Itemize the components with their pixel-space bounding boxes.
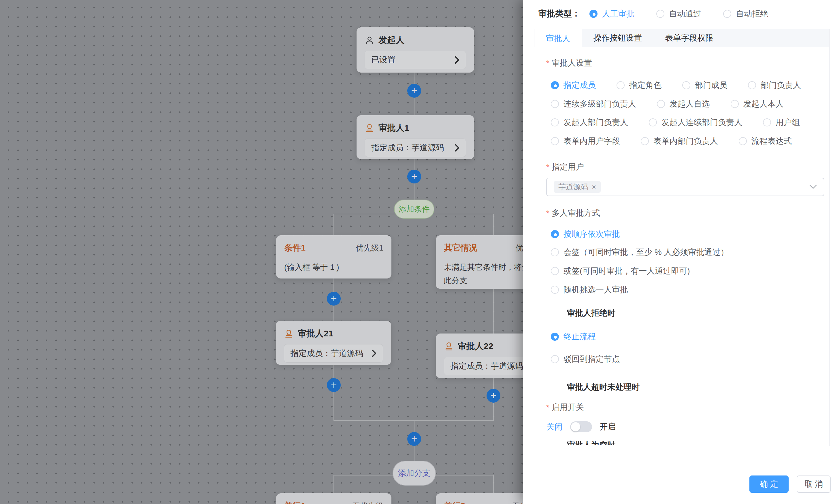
- radio-icon: [617, 81, 625, 89]
- radio-initiator-select[interactable]: 发起人自选: [657, 99, 710, 109]
- radio-random-one[interactable]: 随机挑选一人审批: [551, 284, 824, 295]
- add-node-button[interactable]: +: [407, 432, 421, 446]
- add-node-button[interactable]: +: [407, 170, 421, 183]
- tab-approver[interactable]: 审批人: [534, 29, 582, 48]
- required-mark: *: [546, 208, 549, 218]
- user-tag: 芋道源码 ×: [554, 181, 601, 193]
- reject-section-divider: 审批人拒绝时: [546, 308, 824, 319]
- workflow-designer-screen: 发起人 已设置 审批人1: [0, 0, 833, 504]
- connector-line: [333, 420, 494, 421]
- switch-on-label: 开启: [599, 421, 616, 432]
- radio-initiator-self[interactable]: 发起人本人: [731, 99, 784, 109]
- radio-initiator-dept-leader[interactable]: 发起人部门负责人: [551, 117, 628, 128]
- radio-icon: [551, 230, 559, 238]
- radio-designated-role[interactable]: 指定角色: [617, 80, 662, 91]
- condition-expression: (输入框 等于 1 ): [284, 261, 384, 274]
- node-approver21[interactable]: 审批人21 指定成员：芋道源码: [276, 321, 391, 365]
- radio-icon: [748, 81, 756, 89]
- condition-priority: 优先级1: [356, 243, 383, 253]
- radio-form-user-field[interactable]: 表单内用户字段: [551, 136, 620, 147]
- node-initiator[interactable]: 发起人 已设置: [357, 27, 474, 73]
- confirm-button[interactable]: 确 定: [749, 476, 789, 493]
- connector-line: [493, 214, 494, 236]
- add-node-button[interactable]: +: [407, 84, 421, 98]
- node-title-text: 审批人22: [458, 341, 493, 352]
- radio-icon: [739, 137, 747, 145]
- radio-return-to-node[interactable]: 驳回到指定节点: [551, 354, 824, 364]
- approver-settings-drawer: 审批类型： 人工审批 自动通过 自动拒绝 审批人 操作按钮设置: [523, 0, 833, 504]
- node-summary[interactable]: 指定成员：芋道源码: [365, 138, 466, 157]
- tab-button-settings[interactable]: 操作按钮设置: [582, 29, 653, 47]
- approval-type-row: 审批类型： 人工审批 自动通过 自动拒绝: [539, 0, 827, 27]
- add-node-button[interactable]: +: [327, 292, 341, 306]
- node-condition1[interactable]: 条件1 优先级1 (输入框 等于 1 ): [276, 235, 391, 278]
- radio-icon: [551, 81, 559, 89]
- multi-approve-label: * 多人审批方式: [546, 208, 823, 219]
- chevron-down-icon: [809, 184, 817, 189]
- divider-line: [546, 313, 560, 313]
- connector-line: [333, 214, 334, 236]
- radio-dept-leader[interactable]: 部门负责人: [748, 80, 801, 91]
- radio-icon: [682, 81, 690, 89]
- drawer-footer: 确 定 取 消: [523, 464, 833, 504]
- enable-switch-label: * 启用开关: [546, 402, 823, 413]
- node-title-text: 审批人21: [298, 328, 333, 339]
- assign-user-select[interactable]: 芋道源码 ×: [546, 178, 824, 196]
- node-title-text: 审批人1: [378, 122, 409, 134]
- radio-user-group[interactable]: 用户组: [763, 117, 800, 128]
- chevron-right-icon: [454, 144, 459, 152]
- assign-user-label: * 指定用户: [546, 161, 823, 173]
- divider-line: [546, 445, 560, 445]
- radio-multi-level-dept-leader[interactable]: 连续多级部门负责人: [551, 99, 636, 109]
- condition-title: 其它情况: [444, 242, 477, 254]
- radio-icon: [723, 10, 731, 18]
- approver-setting-row2: 连续多级部门负责人 发起人自选 发起人本人: [551, 99, 824, 109]
- radio-icon: [551, 137, 559, 145]
- cancel-button[interactable]: 取 消: [797, 476, 831, 493]
- add-branch-button[interactable]: 添加分支: [392, 461, 436, 485]
- condition-priority: 无优先级: [352, 501, 383, 504]
- node-summary[interactable]: 已设置: [365, 51, 466, 69]
- user-icon: [365, 35, 375, 45]
- radio-process-expression[interactable]: 流程表达式: [739, 136, 792, 147]
- settings-tabs: 审批人 操作按钮设置 表单字段权限: [534, 29, 830, 47]
- tab-form-field-permission[interactable]: 表单字段权限: [653, 29, 725, 47]
- radio-icon: [551, 267, 559, 275]
- radio-icon: [657, 100, 665, 108]
- radio-icon: [551, 248, 559, 256]
- condition-title: 条件1: [284, 242, 306, 254]
- add-node-button[interactable]: +: [486, 389, 500, 403]
- node-approver1[interactable]: 审批人1 指定成员：芋道源码: [357, 115, 474, 159]
- connector-line: [333, 475, 334, 494]
- radio-icon: [641, 137, 649, 145]
- divider-line: [546, 387, 560, 387]
- radio-orsign[interactable]: 或签(可同时审批，有一人通过即可): [551, 266, 824, 276]
- node-title-text: 发起人: [378, 34, 404, 46]
- radio-auto-pass[interactable]: 自动通过: [656, 8, 701, 19]
- tag-close-icon[interactable]: ×: [592, 183, 596, 191]
- radio-designated-member[interactable]: 指定成员: [551, 80, 596, 91]
- radio-icon: [551, 100, 559, 108]
- add-condition-button[interactable]: 添加条件: [394, 200, 434, 219]
- radio-initiator-multi-dept-leader[interactable]: 发起人连续部门负责人: [649, 117, 742, 128]
- node-parallel1[interactable]: 并行1 无优先级: [276, 493, 391, 504]
- radio-manual-approve[interactable]: 人工审批: [590, 8, 635, 19]
- connector-line: [493, 289, 494, 334]
- chevron-right-icon: [371, 349, 376, 358]
- radio-terminate-process[interactable]: 终止流程: [551, 331, 824, 342]
- empty-section-divider: 审批人为空时: [546, 439, 824, 445]
- add-node-button[interactable]: +: [327, 378, 341, 392]
- radio-countersign[interactable]: 会签（可同时审批，至少 % 人必须审批通过）: [551, 247, 824, 258]
- radio-sequential-approve[interactable]: 按顺序依次审批: [551, 229, 824, 240]
- radio-auto-reject[interactable]: 自动拒绝: [723, 8, 768, 19]
- radio-icon: [551, 118, 559, 126]
- enable-toggle[interactable]: [570, 421, 592, 432]
- radio-form-dept-leader[interactable]: 表单内部门负责人: [641, 136, 718, 147]
- connector-line: [333, 365, 334, 421]
- node-summary[interactable]: 指定成员：芋道源码: [284, 344, 383, 362]
- approver-setting-row4: 表单内用户字段 表单内部门负责人 流程表达式: [551, 136, 824, 147]
- scrollbar-track[interactable]: [829, 29, 830, 446]
- radio-dept-member[interactable]: 部门成员: [682, 80, 727, 91]
- radio-icon: [590, 10, 597, 18]
- divider-line: [623, 313, 824, 313]
